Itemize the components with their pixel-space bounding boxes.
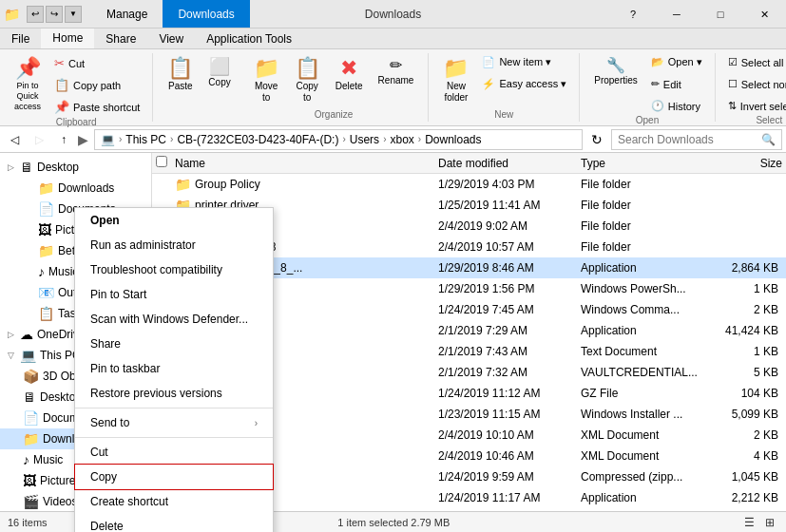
file-type: VAULTCREDENTIAL... [577, 366, 710, 379]
path-arrow-3: › [342, 134, 345, 144]
up-btn[interactable]: ↑ [53, 129, 74, 150]
ctx-send-to[interactable]: Send to › [75, 410, 273, 435]
redo-btn[interactable]: ↪ [46, 6, 63, 23]
invert-selection-btn[interactable]: ⇅ Invert selection [723, 97, 786, 115]
file-modified: 2/4/2019 10:46 AM [434, 449, 577, 463]
ctx-pin-taskbar[interactable]: Pin to taskbar [75, 356, 273, 381]
ribbon-tab-file[interactable]: File [0, 28, 41, 48]
ctx-pin-start[interactable]: Pin to Start [75, 282, 273, 307]
onedrive-expand: ▷ [8, 330, 14, 339]
file-type: Windows Comma... [577, 303, 710, 316]
path-arrow-4: › [383, 134, 386, 144]
file-type: Text Document [577, 345, 710, 358]
ctx-run-as-admin[interactable]: Run as administrator [75, 233, 273, 257]
history-icon: 🕐 [651, 100, 664, 112]
path-drive[interactable]: CB-(7232CE03-D423-40FA-(D:) [177, 133, 338, 146]
ribbon-tab-home[interactable]: Home [41, 28, 94, 48]
app-icon: 📁 [4, 7, 20, 22]
ctx-troubleshoot[interactable]: Troubleshoot compatibility [75, 257, 273, 282]
sidebar-item-downloads-1[interactable]: 📁 Downloads [15, 178, 151, 199]
pin-to-quick-access-btn[interactable]: 📌 Pin to Quick access [8, 53, 48, 116]
ctx-scan-defender[interactable]: Scan with Windows Defender... [75, 307, 273, 332]
status-selected-info: 1 item selected 2.79 MB [337, 517, 450, 528]
edit-btn[interactable]: ✏ Edit [646, 75, 707, 93]
paste-btn[interactable]: 📋 Paste [161, 53, 200, 97]
ribbon-tab-view[interactable]: View [147, 28, 195, 48]
title-bar-left: 📁 ↩ ↪ ▼ [0, 6, 82, 23]
delete-btn[interactable]: ✖ Delete [329, 53, 370, 97]
search-box[interactable]: 🔍 [611, 129, 782, 150]
forward-btn[interactable]: ▷ [29, 129, 49, 150]
ctx-open[interactable]: Open [75, 208, 273, 233]
downloads-icon-1: 📁 [38, 180, 54, 196]
open-btn[interactable]: 📂 Open ▾ [646, 53, 707, 71]
ctx-share[interactable]: Share [75, 332, 273, 356]
help-btn[interactable]: ? [611, 0, 655, 28]
refresh-btn[interactable]: ↻ [586, 129, 607, 150]
rename-btn[interactable]: ✏ Rename [372, 53, 421, 91]
path-this-pc[interactable]: This PC [125, 133, 166, 146]
copy-to-btn[interactable]: 📋 Copy to [288, 53, 327, 108]
close-btn[interactable]: ✕ [742, 0, 786, 28]
ctx-create-shortcut[interactable]: Create shortcut [75, 489, 273, 514]
select-all-btn[interactable]: ☑ Select all [723, 53, 786, 71]
documents-icon: 📄 [38, 201, 54, 217]
path-xbox[interactable]: xbox [390, 133, 413, 146]
move-icon: 📁 [254, 58, 279, 79]
col-header-type[interactable]: Type [577, 157, 710, 170]
organize-label: Organize [315, 109, 354, 122]
ribbon-tab-application[interactable]: Application Tools [195, 28, 303, 48]
ribbon-group-open: 🔧 Properties 📂 Open ▾ ✏ Edit 🕐 History [580, 53, 716, 122]
new-item-btn[interactable]: 📄 New item ▾ [477, 53, 571, 71]
file-size: 5 KB [710, 366, 786, 379]
path-arrow-2: › [170, 134, 173, 144]
properties-label: Properties [594, 75, 638, 86]
ctx-restore-versions[interactable]: Restore previous versions [75, 381, 273, 406]
pictures-icon: 🖼 [38, 222, 51, 238]
ctx-cut[interactable]: Cut [75, 440, 273, 465]
undo-btn[interactable]: ↩ [27, 6, 44, 23]
status-view-icons: ☰ ⊞ [740, 514, 778, 531]
maximize-btn[interactable]: □ [699, 0, 742, 28]
back-btn[interactable]: ◁ [4, 129, 25, 150]
col-header-size[interactable]: Size [710, 157, 786, 170]
copy-btn[interactable]: ⬜ Copy [201, 53, 237, 93]
minimize-btn[interactable]: ─ [655, 0, 699, 28]
select-none-btn[interactable]: ☐ Select none [723, 75, 786, 93]
ribbon-tab-share[interactable]: Share [94, 28, 147, 48]
3d-icon: 📦 [23, 369, 39, 384]
col-header-modified[interactable]: Date modified [434, 157, 577, 170]
downloads-tab[interactable]: Downloads [163, 0, 249, 28]
history-btn[interactable]: 🕐 History [646, 97, 707, 115]
file-size: 104 KB [710, 387, 786, 400]
copy-path-btn[interactable]: 📋 Copy path [49, 75, 144, 95]
details-view-btn[interactable]: ☰ [740, 514, 757, 531]
properties-btn[interactable]: 🔧 Properties [587, 53, 644, 91]
cut-btn[interactable]: ✂ Cut [49, 53, 144, 73]
path-users[interactable]: Users [350, 133, 379, 146]
ribbon-tabs: File Home Share View Application Tools [0, 28, 786, 49]
table-row[interactable]: 📁Group Policy 1/29/2019 4:03 PM File fol… [152, 174, 786, 195]
file-modified: 1/29/2019 8:46 AM [434, 261, 577, 275]
sidebar-item-desktop[interactable]: ▷ 🖥 Desktop [0, 157, 151, 178]
copy-label: Copy [208, 77, 230, 88]
dropdown-btn[interactable]: ▼ [65, 6, 82, 23]
paste-shortcut-btn[interactable]: 📌 Paste shortcut [49, 97, 144, 117]
ctx-delete[interactable]: Delete [75, 514, 273, 532]
clipboard-label: Clipboard [56, 117, 97, 129]
ribbon-group-select: ☑ Select all ☐ Select none ⇅ Invert sele… [716, 53, 786, 122]
path-downloads[interactable]: Downloads [425, 133, 481, 146]
select-all-checkbox[interactable] [156, 156, 167, 167]
ctx-copy[interactable]: Copy [75, 465, 273, 489]
move-to-btn[interactable]: 📁 Move to [247, 53, 286, 108]
easy-access-btn[interactable]: ⚡ Easy access ▾ [477, 75, 571, 93]
copy-path-icon: 📋 [54, 78, 69, 92]
large-icons-btn[interactable]: ⊞ [761, 514, 778, 531]
search-input[interactable] [618, 133, 757, 146]
file-type: Compressed (zipp... [577, 470, 710, 484]
file-type: Application [577, 261, 710, 275]
manage-tab[interactable]: Manage [91, 0, 163, 28]
col-header-name[interactable]: Name [171, 157, 434, 170]
new-folder-btn[interactable]: 📁 New folder [436, 53, 475, 108]
address-path[interactable]: 💻 › This PC › CB-(7232CE03-D423-40FA-(D:… [94, 129, 583, 150]
